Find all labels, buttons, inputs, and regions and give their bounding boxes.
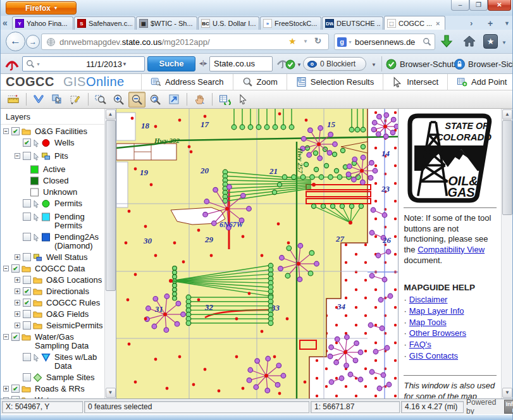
layer-item[interactable]: +O&G Locations xyxy=(1,275,104,286)
bookmark-star-icon[interactable]: ★ xyxy=(288,37,297,46)
zoom-in-button[interactable] xyxy=(110,92,127,108)
menu-zoom[interactable]: Zoom xyxy=(233,74,287,90)
list-all-tabs-icon[interactable]: ▼ xyxy=(504,20,510,27)
new-tab-button[interactable]: + xyxy=(488,18,493,28)
browser-tab[interactable]: ⬚COGCC ...× xyxy=(384,16,445,30)
help-link[interactable]: ·Other Browsers xyxy=(404,328,498,339)
tab-scroll-right-icon[interactable]: › xyxy=(470,18,473,28)
measure-button[interactable] xyxy=(4,92,22,108)
layer-item[interactable]: Unknown xyxy=(1,187,104,198)
refresh-map-button[interactable] xyxy=(216,92,233,108)
chevron-down-icon[interactable]: ▼ xyxy=(371,62,376,68)
site-field[interactable]: State.co.us xyxy=(209,56,273,71)
info-panel-scrollbar[interactable]: ▲ ▼ xyxy=(501,109,512,398)
layer-item[interactable]: +✔COGCC Rules xyxy=(1,297,104,309)
help-link-anchor[interactable]: Map Layer Info xyxy=(409,306,464,316)
browser-tab[interactable]: »FreeStockC... xyxy=(260,16,321,30)
browser-tab[interactable]: SSafehaven.c... xyxy=(74,16,135,30)
bookmarks-dropdown-icon[interactable]: ▼ xyxy=(502,40,507,46)
map-canvas[interactable]: 18171514192021233029272631323334Hwy 392H… xyxy=(116,109,399,398)
layer-checkbox[interactable] xyxy=(23,321,31,330)
search-input[interactable]: boersennews.de xyxy=(355,37,423,47)
buffer-button[interactable] xyxy=(30,92,47,108)
expand-box-icon[interactable]: + xyxy=(3,386,9,392)
expand-box-icon[interactable]: + xyxy=(15,254,20,260)
scroll-up-icon[interactable]: ▲ xyxy=(502,109,512,120)
chevron-down-icon[interactable]: ▼ xyxy=(297,62,302,68)
scrollbar-thumb[interactable] xyxy=(502,120,512,215)
layer-item[interactable]: +✔Directionals xyxy=(1,286,104,297)
layer-checkbox[interactable]: ✔ xyxy=(11,264,20,273)
collapse-box-icon[interactable]: − xyxy=(3,334,9,340)
help-link-anchor[interactable]: GIS Contacts xyxy=(409,351,458,361)
layer-item[interactable]: Sample Sites xyxy=(1,372,104,383)
chevron-down-icon[interactable]: ▼ xyxy=(122,61,140,67)
avira-search-input[interactable]: 11/1/2013 xyxy=(86,59,122,69)
map-image[interactable]: 18171514192021233029272631323334Hwy 392H… xyxy=(116,109,399,398)
browser-security-label[interactable]: Browser-Sicherheit xyxy=(468,59,513,69)
layer-checkbox[interactable] xyxy=(23,373,31,381)
help-link[interactable]: ·Map Tools xyxy=(404,318,498,328)
layer-item[interactable]: +Well Status xyxy=(1,252,104,263)
layer-item[interactable]: Closed xyxy=(1,175,104,187)
back-button[interactable]: ← xyxy=(6,32,25,51)
browser-tab[interactable]: BCU.S. Dollar I... xyxy=(198,16,259,30)
zoom-out-button[interactable] xyxy=(128,92,145,108)
help-link-anchor[interactable]: Map Tools xyxy=(409,318,447,327)
close-window-button[interactable]: ✕ xyxy=(488,0,511,11)
help-link-anchor[interactable]: Other Browsers xyxy=(409,328,466,338)
layer-checkbox[interactable] xyxy=(23,233,31,241)
layer-checkbox[interactable] xyxy=(23,253,31,261)
compatibility-view-link[interactable]: Compatibility View xyxy=(417,245,485,254)
help-link[interactable]: ·Map Layer Info xyxy=(404,306,498,317)
forward-button[interactable]: → xyxy=(26,35,40,49)
layer-item[interactable]: Pending2As (Diamond) xyxy=(1,232,104,252)
tab-close-icon[interactable]: × xyxy=(436,20,442,27)
zoom-window-button[interactable] xyxy=(92,92,109,108)
layer-item[interactable]: −✔O&G Facilities xyxy=(1,126,104,137)
pan-button[interactable] xyxy=(190,92,207,108)
collapse-box-icon[interactable]: − xyxy=(3,128,9,134)
url-dropdown-icon[interactable]: ▼ xyxy=(303,39,308,44)
scroll-up-icon[interactable]: ▲ xyxy=(106,109,116,120)
firefox-menu-button[interactable]: Firefox ▾ xyxy=(6,1,77,15)
scroll-down-icon[interactable]: ▼ xyxy=(106,388,116,398)
maximize-button[interactable]: ❐ xyxy=(469,0,488,11)
layers-scrollbar[interactable]: ▲ ▼ xyxy=(104,109,116,398)
menu-add-point[interactable]: Add Point xyxy=(447,74,513,90)
initial-view-button[interactable] xyxy=(165,92,182,108)
scrollbar-thumb[interactable] xyxy=(106,120,116,291)
layer-checkbox[interactable]: ✔ xyxy=(23,299,31,307)
menu-address-search[interactable]: Address Search xyxy=(141,74,233,90)
layer-checkbox[interactable]: ✔ xyxy=(11,385,20,393)
help-link[interactable]: ·FAQ's xyxy=(404,340,498,350)
search-magnifier-icon[interactable] xyxy=(423,37,431,46)
layer-item[interactable]: +SeismicPermits xyxy=(1,320,104,331)
menu-selection-results[interactable]: Selection Results xyxy=(287,74,383,90)
layer-item[interactable]: +✔Roads & RRs xyxy=(1,383,104,395)
expand-box-icon[interactable]: + xyxy=(15,323,20,328)
browser-tab[interactable]: DWNDEUTSCHE ... xyxy=(322,16,383,30)
expand-box-icon[interactable]: + xyxy=(15,311,20,317)
toolbar-splitter-icon[interactable]: ◂|▸ xyxy=(199,59,207,66)
collapse-box-icon[interactable]: − xyxy=(15,153,20,159)
scroll-down-icon[interactable]: ▼ xyxy=(502,388,512,398)
show-bookmarks-button[interactable]: ★ xyxy=(483,34,498,49)
search-engine-icon[interactable]: g xyxy=(337,37,347,47)
search-bar[interactable]: g ▼ boersennews.de xyxy=(334,34,435,50)
layer-checkbox[interactable]: ✔ xyxy=(23,139,31,147)
browser-tab[interactable]: ▦$WTIC - Sh... xyxy=(136,16,197,30)
layer-checkbox[interactable]: ✔ xyxy=(11,127,20,135)
layer-item[interactable]: −Pits xyxy=(1,151,104,164)
blocked-counter[interactable]: 0 Blockiert xyxy=(303,57,366,71)
layer-checkbox[interactable] xyxy=(23,199,31,207)
tab-scroll-left-icon[interactable]: « xyxy=(3,18,8,28)
select-features-button[interactable] xyxy=(48,92,65,108)
chevron-down-icon[interactable]: ▼ xyxy=(36,62,82,66)
collapse-box-icon[interactable]: − xyxy=(3,266,9,271)
layer-checkbox[interactable] xyxy=(23,276,31,284)
layer-item[interactable]: −✔Water/Gas Sampling Data xyxy=(1,331,104,352)
layer-checkbox[interactable]: ✔ xyxy=(11,333,20,341)
layer-checkbox[interactable] xyxy=(23,310,31,318)
avira-search-field[interactable]: ▼ 11/1/2013 ▼ xyxy=(22,56,145,71)
